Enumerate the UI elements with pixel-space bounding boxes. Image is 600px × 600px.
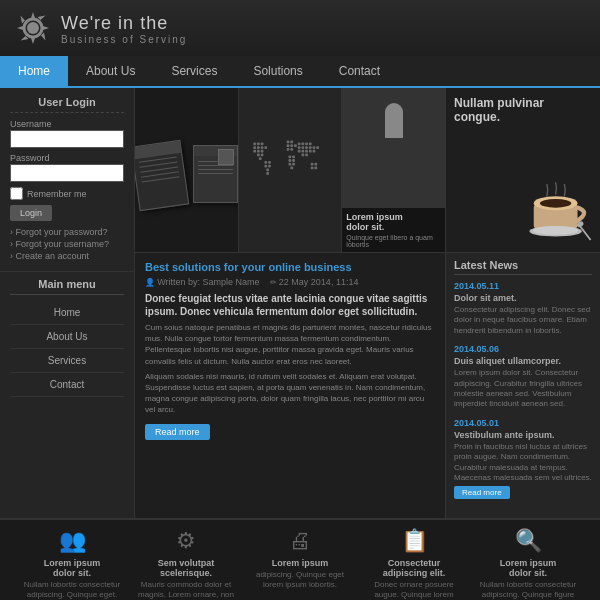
username-label: Username bbox=[10, 119, 124, 129]
svg-rect-39 bbox=[297, 146, 300, 149]
remember-checkbox[interactable] bbox=[10, 187, 23, 200]
article-section: Best solutions for your online business … bbox=[135, 253, 445, 518]
footer-item-2: 🖨 Lorem ipsum adipiscing. Quinque eget l… bbox=[250, 528, 350, 591]
article-headline: Donec feugiat lectus vitae ante lacinia … bbox=[145, 292, 435, 318]
footer-item-4: 🔍 Lorem ipsum dolor sit. Nullam lobortis… bbox=[478, 528, 578, 600]
svg-rect-30 bbox=[288, 159, 291, 162]
news-date-2: 2014.05.01 bbox=[454, 418, 592, 428]
svg-rect-13 bbox=[260, 153, 263, 156]
svg-rect-40 bbox=[301, 146, 304, 149]
latest-news-title: Latest News bbox=[454, 259, 592, 275]
svg-rect-38 bbox=[309, 142, 312, 145]
svg-rect-53 bbox=[314, 162, 317, 165]
footer-icon-3: 📋 bbox=[364, 528, 464, 554]
forgot-password-link[interactable]: Forgot your password? bbox=[10, 227, 124, 237]
right-top-text: Nullam pulvinar congue. bbox=[454, 96, 592, 124]
svg-rect-41 bbox=[305, 146, 308, 149]
svg-point-61 bbox=[533, 226, 579, 235]
footer-icon-0: 👥 bbox=[22, 528, 122, 554]
svg-rect-51 bbox=[305, 153, 308, 156]
svg-rect-17 bbox=[264, 164, 267, 167]
header-text: We're in the Business of Serving bbox=[61, 13, 187, 45]
news-date-1: 2014.05.06 bbox=[454, 344, 592, 354]
menu-home[interactable]: Home bbox=[10, 301, 124, 325]
nav-solutions[interactable]: Solutions bbox=[235, 56, 320, 86]
login-button[interactable]: Login bbox=[10, 205, 52, 221]
svg-rect-23 bbox=[286, 144, 289, 147]
article-section-title: Best solutions for your online business bbox=[145, 261, 435, 273]
gear-icon bbox=[15, 10, 51, 48]
footer-title-4: Lorem ipsum dolor sit. bbox=[478, 558, 578, 578]
menu-title: Main menu bbox=[10, 278, 124, 295]
password-input[interactable] bbox=[10, 164, 124, 182]
menu-contact[interactable]: Contact bbox=[10, 373, 124, 397]
login-section: User Login Username Password Remember me… bbox=[0, 88, 134, 272]
svg-rect-7 bbox=[260, 146, 263, 149]
footer-title-2: Lorem ipsum bbox=[250, 558, 350, 568]
right-sidebar: Nullam pulvinar congue. Lat bbox=[445, 88, 600, 518]
svg-point-59 bbox=[540, 199, 572, 208]
footer-icon-1: ⚙ bbox=[136, 528, 236, 554]
svg-point-0 bbox=[27, 22, 39, 34]
svg-rect-5 bbox=[253, 146, 256, 149]
menu-services[interactable]: Services bbox=[10, 349, 124, 373]
svg-rect-26 bbox=[286, 147, 289, 150]
svg-rect-33 bbox=[292, 162, 295, 165]
svg-rect-18 bbox=[268, 164, 271, 167]
remember-me-row: Remember me bbox=[10, 187, 124, 200]
news-item-0: 2014.05.11 Dolor sit amet. Consectetur a… bbox=[454, 281, 592, 336]
site-subtitle: Business of Serving bbox=[61, 34, 187, 45]
news-date-0: 2014.05.11 bbox=[454, 281, 592, 291]
footer-icon-4: 🔍 bbox=[478, 528, 578, 554]
svg-rect-14 bbox=[258, 157, 261, 160]
nav-about[interactable]: About Us bbox=[68, 56, 153, 86]
svg-rect-20 bbox=[266, 172, 269, 175]
footer-icon-2: 🖨 bbox=[250, 528, 350, 554]
world-map bbox=[244, 98, 337, 222]
news-item-2: 2014.05.01 Vestibulum ante ipsum. Proin … bbox=[454, 418, 592, 500]
create-account-link[interactable]: Create an account bbox=[10, 251, 124, 261]
login-title: User Login bbox=[10, 96, 124, 113]
svg-rect-10 bbox=[257, 149, 260, 152]
read-more-button[interactable]: Read more bbox=[145, 424, 210, 440]
username-input[interactable] bbox=[10, 130, 124, 148]
nav-contact[interactable]: Contact bbox=[321, 56, 398, 86]
news-read-more-button[interactable]: Read more bbox=[454, 486, 510, 499]
svg-rect-43 bbox=[312, 146, 315, 149]
article-para2: Aliquam sodales nisi mauris, id rutrum v… bbox=[145, 371, 435, 416]
menu-about[interactable]: About Us bbox=[10, 325, 124, 349]
news-subtitle-0: Dolor sit amet. bbox=[454, 293, 592, 303]
article-para1: Cum soius natoque penatibus et magnis di… bbox=[145, 322, 435, 367]
footer-text-4: Nullam lobortis consectetur adipiscing. … bbox=[478, 580, 578, 600]
svg-rect-25 bbox=[294, 144, 297, 147]
navbar: Home About Us Services Solutions Contact bbox=[0, 56, 600, 88]
svg-rect-19 bbox=[266, 168, 269, 171]
nav-services[interactable]: Services bbox=[153, 56, 235, 86]
svg-rect-2 bbox=[253, 142, 256, 145]
article-date: 22 May 2014, 11:14 bbox=[270, 277, 359, 287]
lorem-cell: Lorem ipsum dolor sit. Quinque eget libe… bbox=[342, 88, 445, 252]
image-strip: Lorem ipsum dolor sit. Quinque eget libe… bbox=[135, 88, 445, 253]
svg-rect-49 bbox=[312, 149, 315, 152]
footer-text-2: adipiscing. Quinque eget lorem ipsum lob… bbox=[250, 570, 350, 591]
world-map-cell bbox=[239, 88, 343, 252]
news-text-2: Proin in faucibus nisl luctus at ultrice… bbox=[454, 442, 592, 484]
svg-rect-54 bbox=[310, 166, 313, 169]
svg-rect-9 bbox=[253, 149, 256, 152]
svg-rect-48 bbox=[309, 149, 312, 152]
remember-label: Remember me bbox=[27, 189, 87, 199]
news-item-1: 2014.05.06 Duis aliquet ullamcorper. Lor… bbox=[454, 344, 592, 410]
footer-text-0: Nullam lobortis consectetur adipiscing. … bbox=[22, 580, 122, 600]
svg-rect-29 bbox=[292, 155, 295, 158]
notebook-visual bbox=[135, 88, 238, 252]
news-text-1: Lorem ipsum dolor sit. Consectetur adipi… bbox=[454, 368, 592, 410]
svg-rect-24 bbox=[290, 144, 293, 147]
svg-rect-8 bbox=[264, 146, 267, 149]
nav-home[interactable]: Home bbox=[0, 56, 68, 86]
svg-rect-47 bbox=[305, 149, 308, 152]
svg-rect-34 bbox=[290, 166, 293, 169]
svg-rect-27 bbox=[290, 147, 293, 150]
forgot-username-link[interactable]: Forgot your username? bbox=[10, 239, 124, 249]
news-text-0: Consectetur adipiscing elit. Donec sed d… bbox=[454, 305, 592, 336]
svg-rect-50 bbox=[301, 153, 304, 156]
